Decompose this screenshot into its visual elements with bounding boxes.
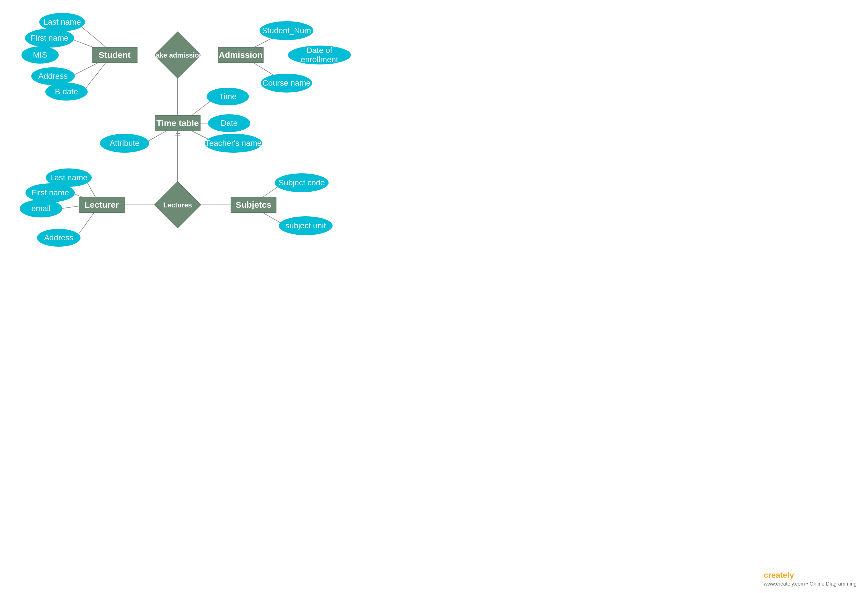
entity-admission: Admission xyxy=(218,47,264,63)
attr-address-student: Address xyxy=(31,67,75,85)
attr-teachers-name: Teacher's name xyxy=(205,134,262,153)
brand-name: creately xyxy=(764,571,794,580)
entity-timetable: Time table xyxy=(155,115,201,131)
attr-b-date: B date xyxy=(45,83,88,100)
entity-subjetcs: Subjetcs xyxy=(230,197,276,213)
attr-mis: MIS xyxy=(22,46,59,63)
relationship-lectures xyxy=(154,181,201,228)
attr-first-name-student: First name xyxy=(25,29,74,47)
attr-date: Date xyxy=(208,114,250,132)
svg-line-8 xyxy=(83,62,106,91)
attr-address-lecturer: Address xyxy=(37,229,81,247)
entity-lecturer: Lecturer xyxy=(79,197,125,213)
svg-line-23 xyxy=(76,212,94,238)
attr-first-name-lecturer: First name xyxy=(25,183,75,202)
relationship-take-admission xyxy=(154,31,201,78)
attr-time: Time xyxy=(207,88,249,105)
attr-email: email xyxy=(20,200,62,217)
attr-student-num: Student_Num xyxy=(260,21,313,40)
diagram-container: Student Admission Time table Lecturer Su… xyxy=(0,0,868,593)
entity-student: Student xyxy=(92,47,137,63)
attr-subject-unit: subject unit xyxy=(279,216,332,235)
attr-subject-code: Subject code xyxy=(275,173,329,192)
attr-attribute: Attribute xyxy=(100,134,149,153)
watermark: creately www.creately.com • Online Diagr… xyxy=(764,571,856,587)
attr-course-name: Course name xyxy=(261,74,312,93)
diagram-lines xyxy=(0,0,868,593)
attr-date-enrollment: Date of enrollment xyxy=(288,46,351,65)
tagline: www.creately.com • Online Diagramming xyxy=(764,581,856,587)
